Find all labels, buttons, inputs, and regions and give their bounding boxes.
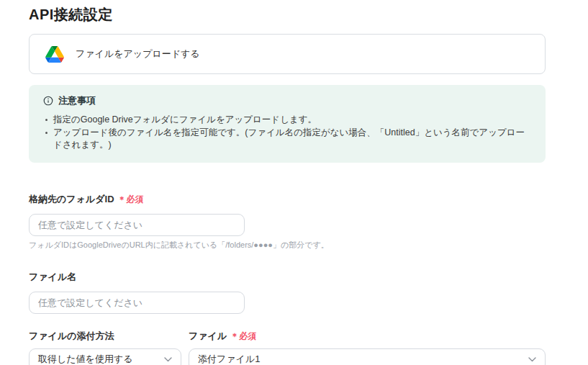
folder-id-label-row: 格納先のフォルダID ＊必須: [29, 194, 546, 205]
folder-id-helper: フォルダIDはGoogleDriveのURL内に記載されている「/folders…: [29, 240, 546, 250]
chevron-down-icon: [164, 357, 172, 362]
notice-item: アップロード後のファイル名を指定可能です。(ファイル名の指定がない場合、「Unt…: [43, 127, 531, 152]
notice-item: 指定のGoogle Driveフォルダにファイルをアップロードします。: [43, 114, 531, 127]
attach-method-label-row: ファイルの添付方法: [29, 330, 181, 342]
required-badge: ＊必須: [230, 330, 256, 342]
field-file: ファイル ＊必須 添付ファイル1: [189, 330, 546, 365]
notice-box: 注意事項 指定のGoogle Driveフォルダにファイルをアップロードします。…: [29, 85, 546, 163]
notice-header: 注意事項: [43, 95, 531, 107]
file-select[interactable]: 添付ファイル1: [189, 348, 546, 365]
required-badge: ＊必須: [118, 194, 144, 205]
attach-method-value: 取得した値を使用する: [38, 353, 133, 365]
file-name-label-row: ファイル名: [29, 271, 546, 283]
file-name-label: ファイル名: [29, 271, 76, 283]
file-select-value: 添付ファイル1: [198, 353, 260, 365]
file-name-input[interactable]: [29, 292, 245, 314]
settings-form: 格納先のフォルダID ＊必須 フォルダIDはGoogleDriveのURL内に記…: [29, 194, 546, 365]
file-label: ファイル: [189, 330, 227, 342]
attachment-row: ファイルの添付方法 取得した値を使用する ファイル ＊必須 添付ファイル1: [29, 330, 546, 365]
upload-action-card[interactable]: ファイルをアップロードする: [29, 34, 546, 74]
folder-id-input[interactable]: [29, 214, 245, 236]
notice-list: 指定のGoogle Driveフォルダにファイルをアップロードします。 アップロ…: [43, 114, 531, 152]
chevron-down-icon: [528, 357, 536, 362]
google-drive-icon: [45, 46, 64, 63]
page-title: API接続設定: [29, 6, 546, 23]
notice-title: 注意事項: [58, 95, 96, 107]
api-settings-page: API接続設定 ファイルをアップロードする 注意事項 指定のGoogle Dri…: [0, 0, 546, 365]
attach-method-select[interactable]: 取得した値を使用する: [29, 348, 181, 365]
field-folder-id: 格納先のフォルダID ＊必須 フォルダIDはGoogleDriveのURL内に記…: [29, 194, 546, 250]
field-file-name: ファイル名: [29, 271, 546, 314]
file-label-row: ファイル ＊必須: [189, 330, 546, 342]
upload-action-label: ファイルをアップロードする: [76, 48, 200, 60]
info-circle-icon: [43, 96, 53, 106]
attach-method-label: ファイルの添付方法: [29, 330, 114, 342]
folder-id-label: 格納先のフォルダID: [29, 194, 114, 205]
field-attach-method: ファイルの添付方法 取得した値を使用する: [29, 330, 181, 365]
